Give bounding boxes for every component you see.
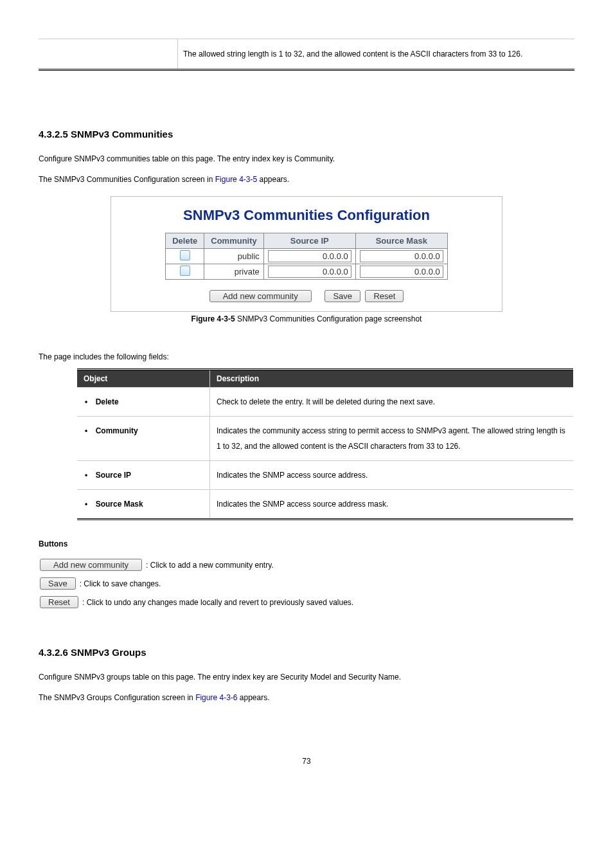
button-desc-text: : Click to save changes. xyxy=(80,579,161,588)
th-delete: Delete xyxy=(166,233,204,249)
prev-table-text: The allowed string length is 1 to 32, an… xyxy=(178,39,575,70)
communities-table: Delete Community Source IP Source Mask p… xyxy=(165,233,448,280)
add-community-button[interactable]: Add new community xyxy=(40,559,142,571)
button-desc-text: : Click to add a new community entry. xyxy=(146,561,274,570)
delete-checkbox[interactable] xyxy=(180,250,190,260)
section2-para1: Configure SNMPv3 groups table on this pa… xyxy=(39,669,574,685)
fields-intro: The page includes the following fields: xyxy=(39,349,574,365)
screenshot-container: SNMPv3 Communities Configuration Delete … xyxy=(111,196,502,312)
source-ip-input[interactable]: 0.0.0.0 xyxy=(268,266,351,278)
th-source-ip: Source IP xyxy=(263,233,355,249)
table-row: • Source IP Indicates the SNMP access so… xyxy=(77,461,573,490)
th-source-mask: Source Mask xyxy=(355,233,447,249)
cell-community: private xyxy=(204,264,264,280)
button-desc-row: Save : Click to save changes. xyxy=(39,577,574,590)
source-mask-input[interactable]: 0.0.0.0 xyxy=(360,266,443,278)
table-row: • Source Mask Indicates the SNMP access … xyxy=(77,490,573,520)
table-row: private 0.0.0.0 0.0.0.0 xyxy=(166,264,448,280)
cell-community: public xyxy=(204,249,264,264)
table-row: public 0.0.0.0 0.0.0.0 xyxy=(166,249,448,264)
figure-link-1[interactable]: Figure 4-3-5 xyxy=(215,175,257,184)
table-row: • Delete Check to delete the entry. It w… xyxy=(77,388,573,417)
button-desc-row: Reset : Click to undo any changes made l… xyxy=(39,596,574,608)
section-heading-1: 4.3.2.5 SNMPv3 Communities xyxy=(39,129,574,140)
save-button[interactable]: Save xyxy=(40,577,76,590)
source-ip-input[interactable]: 0.0.0.0 xyxy=(268,250,351,262)
button-desc-row: Add new community : Click to add a new c… xyxy=(39,559,574,571)
buttons-heading: Buttons xyxy=(39,539,574,548)
screenshot-title: SNMPv3 Communities Configuration xyxy=(119,207,494,224)
figure-link-2[interactable]: Figure 4-3-6 xyxy=(195,693,237,702)
add-community-button[interactable]: Add new community xyxy=(209,290,312,302)
fields-th-description: Description xyxy=(210,370,574,388)
reset-button[interactable]: Reset xyxy=(365,290,404,302)
reset-button[interactable]: Reset xyxy=(40,596,78,608)
delete-checkbox[interactable] xyxy=(180,266,190,276)
save-button[interactable]: Save xyxy=(324,290,360,302)
fields-th-object: Object xyxy=(77,370,210,388)
page-number: 73 xyxy=(39,757,574,766)
section2-para2: The SNMPv3 Groups Configuration screen i… xyxy=(39,690,574,705)
button-desc-text: : Click to undo any changes made locally… xyxy=(82,598,353,607)
fields-table: Object Description • Delete Check to del… xyxy=(77,368,573,520)
section-heading-2: 4.3.2.6 SNMPv3 Groups xyxy=(39,647,574,658)
section1-para1: Configure SNMPv3 communities table on th… xyxy=(39,151,574,167)
source-mask-input[interactable]: 0.0.0.0 xyxy=(360,250,443,262)
prev-table-fragment: The allowed string length is 1 to 32, an… xyxy=(39,39,574,71)
figure-caption: Figure 4-3-5 SNMPv3 Communities Configur… xyxy=(39,314,574,323)
section1-para2: The SNMPv3 Communities Configuration scr… xyxy=(39,172,574,187)
table-row: • Community Indicates the community acce… xyxy=(77,417,573,461)
th-community: Community xyxy=(204,233,264,249)
